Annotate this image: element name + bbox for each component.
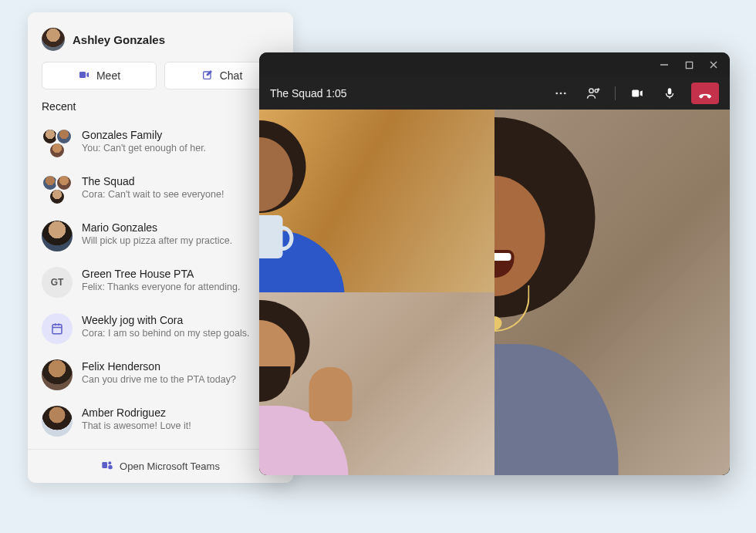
open-teams-label: Open Microsoft Teams	[120, 460, 220, 472]
item-subtitle: Cora: I am so behind on my step goals.	[82, 327, 279, 341]
svg-rect-2	[52, 325, 62, 334]
contact-avatar	[42, 221, 73, 251]
call-window: The Squad 1:05	[259, 52, 730, 475]
contact-avatar	[42, 406, 73, 437]
svg-point-8	[560, 93, 562, 95]
svg-point-4	[108, 461, 111, 464]
minimize-button[interactable]	[659, 59, 670, 70]
meet-label: Meet	[96, 69, 120, 82]
window-titlebar	[259, 52, 730, 77]
item-title: The Squad	[82, 174, 279, 188]
item-subtitle: Can you drive me to the PTA today?	[82, 373, 279, 387]
item-subtitle: Cora: Can't wait to see everyone!	[82, 188, 279, 202]
video-icon	[78, 69, 90, 83]
item-title: Felix Henderson	[82, 359, 279, 373]
participant-tile[interactable]	[494, 110, 730, 475]
recent-item-amber[interactable]: Amber Rodriguez That is awesome! Love it…	[28, 398, 293, 444]
svg-point-7	[555, 93, 558, 95]
item-subtitle: You: Can't get enough of her.	[82, 142, 279, 156]
svg-rect-13	[668, 88, 672, 94]
toolbar-separator	[615, 86, 616, 100]
item-title: Green Tree House PTA	[82, 267, 279, 281]
compose-icon	[201, 69, 214, 83]
close-button[interactable]	[708, 59, 719, 70]
chat-label: Chat	[220, 69, 243, 82]
recent-label: Recent	[28, 100, 293, 120]
svg-point-10	[589, 89, 593, 93]
hangup-button[interactable]	[691, 83, 719, 104]
recent-item-mario[interactable]: Mario Gonzales Will pick up pizza after …	[28, 213, 293, 259]
chat-panel: Ashley Gonzales Meet Chat Recent Gonzale…	[28, 12, 293, 483]
maximize-button[interactable]	[683, 59, 694, 70]
contact-avatar	[42, 359, 73, 390]
group-avatar	[42, 174, 73, 205]
teams-icon	[101, 459, 113, 474]
svg-rect-5	[108, 465, 112, 469]
mic-toggle[interactable]	[659, 83, 680, 104]
item-title: Amber Rodriguez	[82, 406, 279, 420]
svg-rect-12	[632, 90, 639, 97]
svg-rect-3	[102, 462, 107, 468]
item-title: Gonzales Family	[82, 128, 279, 142]
recent-item-weekly-jog[interactable]: Weekly jog with Cora Cora: I am so behin…	[28, 305, 293, 352]
recent-item-green-tree[interactable]: GT Green Tree House PTA Felix: Thanks ev…	[28, 259, 293, 305]
calendar-avatar	[42, 313, 73, 344]
call-duration: 1:05	[326, 87, 346, 100]
open-teams-button[interactable]: Open Microsoft Teams	[28, 449, 293, 483]
quick-actions: Meet Chat	[28, 62, 293, 100]
item-title: Weekly jog with Cora	[82, 313, 279, 327]
call-toolbar: The Squad 1:05	[259, 77, 730, 110]
video-grid	[259, 110, 730, 475]
call-title: The Squad 1:05	[270, 87, 539, 100]
group-avatar	[42, 128, 73, 159]
item-title: Mario Gonzales	[82, 221, 279, 234]
participant-tile[interactable]	[259, 110, 494, 292]
meet-button[interactable]: Meet	[42, 62, 157, 89]
panel-header: Ashley Gonzales	[28, 25, 293, 62]
call-name: The Squad	[270, 87, 323, 100]
more-options-button[interactable]	[550, 83, 572, 104]
svg-rect-6	[686, 62, 692, 68]
participant-tile[interactable]	[259, 292, 494, 475]
svg-rect-0	[79, 72, 86, 78]
item-subtitle: Felix: Thanks everyone for attending.	[82, 281, 279, 295]
item-subtitle: That is awesome! Love it!	[82, 420, 279, 433]
recent-item-gonzales-family[interactable]: Gonzales Family You: Can't get enough of…	[28, 120, 293, 167]
initials-avatar: GT	[42, 267, 73, 298]
user-name: Ashley Gonzales	[73, 33, 165, 46]
camera-toggle[interactable]	[626, 83, 648, 104]
add-people-button[interactable]	[582, 83, 604, 104]
recent-item-felix[interactable]: Felix Henderson Can you drive me to the …	[28, 352, 293, 398]
svg-point-9	[564, 93, 566, 95]
user-avatar[interactable]	[42, 28, 65, 51]
recent-item-the-squad[interactable]: The Squad Cora: Can't wait to see everyo…	[28, 167, 293, 213]
item-subtitle: Will pick up pizza after my practice.	[82, 234, 279, 248]
